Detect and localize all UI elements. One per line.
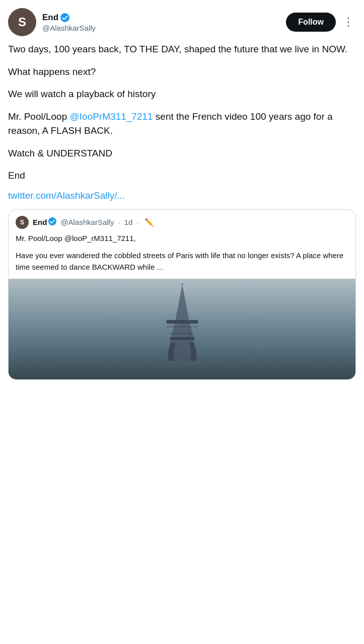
quoted-edit-icon: ✏️	[144, 218, 154, 227]
header-left: S End @AlashkarSally	[8, 8, 96, 36]
quoted-dot: ·	[118, 218, 120, 226]
tweet-para-4: Mr. Pool/Loop @IooPrM311_7211 sent the F…	[8, 110, 356, 138]
follow-button[interactable]: Follow	[286, 13, 336, 32]
tweet-para-1: Two days, 100 years back, TO THE DAY, sh…	[8, 42, 356, 57]
svg-point-0	[60, 13, 69, 22]
tweet-header: S End @AlashkarSally Follow ⋮	[8, 8, 356, 36]
quoted-dot-2: ·	[136, 218, 138, 226]
verified-icon	[60, 13, 69, 22]
quoted-display-name: End	[33, 217, 56, 227]
quoted-avatar: S	[16, 216, 29, 229]
display-name: End	[42, 13, 96, 23]
quoted-verified-icon	[48, 217, 56, 227]
tweet-link[interactable]: twitter.com/AlashkarSally/...	[8, 190, 356, 201]
tweet-para-5: Watch & UNDERSTAND	[8, 146, 356, 161]
quoted-username: @AlashkarSally	[60, 218, 114, 226]
quoted-body-line-2: Have you ever wandered the cobbled stree…	[16, 250, 348, 273]
quoted-tweet-header: S End @AlashkarSally · 1d · ✏️	[9, 210, 355, 229]
tweet-para-6: End	[8, 169, 356, 183]
tweet-para-3: We will watch a playback of history	[8, 87, 356, 102]
quoted-tweet-image	[9, 279, 355, 379]
username: @AlashkarSally	[42, 24, 96, 32]
svg-rect-3	[166, 320, 198, 324]
quoted-body: Mr. Pool/Loop @looP_rM311_7211, Have you…	[9, 229, 355, 279]
tweet-container: S End @AlashkarSally Follow ⋮	[0, 0, 364, 380]
tweet-body: Two days, 100 years back, TO THE DAY, sh…	[8, 42, 356, 183]
quoted-time: 1d	[124, 218, 133, 226]
header-right: Follow ⋮	[286, 13, 356, 32]
mention-link[interactable]: @IooPrM311_7211	[70, 111, 153, 122]
avatar[interactable]: S	[8, 8, 36, 36]
more-options-icon[interactable]: ⋮	[341, 14, 356, 31]
tweet-para-2: What happens next?	[8, 65, 356, 79]
quoted-tweet-card[interactable]: S End @AlashkarSally · 1d · ✏️ Mr. Pool/…	[8, 209, 356, 380]
user-info: End @AlashkarSally	[42, 13, 96, 32]
quoted-body-line-1: Mr. Pool/Loop @looP_rM311_7211,	[16, 233, 348, 245]
svg-point-1	[48, 217, 56, 225]
